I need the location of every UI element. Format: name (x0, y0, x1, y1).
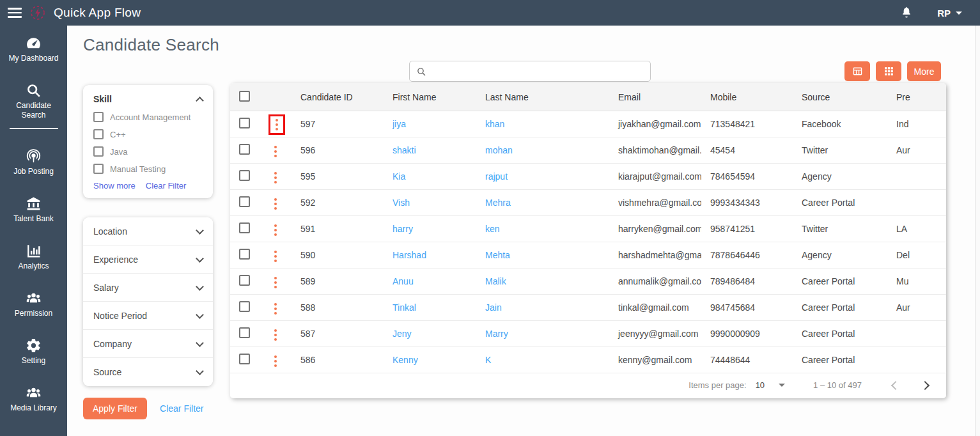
main-content: Candidate Search More Skill Account Mana… (67, 26, 980, 436)
checkbox[interactable] (93, 112, 104, 122)
cell-first-name[interactable]: Tinkal (384, 302, 476, 313)
skill-clear-filter-link[interactable]: Clear Filter (146, 181, 187, 191)
next-page-button[interactable] (921, 380, 929, 389)
cell-last-name[interactable]: K (476, 355, 609, 365)
cell-candidate-id: 596 (288, 145, 384, 155)
row-checkbox[interactable] (239, 170, 250, 181)
cell-last-name[interactable]: Mehra (476, 198, 609, 208)
candidate-search-box[interactable] (409, 61, 651, 82)
page-scrollbar[interactable] (975, 26, 980, 436)
row-menu-kebab-icon[interactable] (268, 274, 283, 292)
skill-option-manual-testing[interactable]: Manual Testing (93, 164, 203, 174)
sidebar-item-setting[interactable]: Setting (0, 338, 67, 366)
filter-accordion-salary[interactable]: Salary (83, 274, 213, 302)
row-menu-kebab-icon[interactable] (268, 247, 283, 265)
row-checkbox[interactable] (239, 327, 250, 338)
show-more-link[interactable]: Show more (93, 181, 136, 191)
page-title: Candidate Search (83, 35, 219, 55)
previous-page-button[interactable] (891, 380, 900, 389)
sidebar-item-label: Setting (22, 356, 45, 366)
sidebar-item-label: Media Library (10, 403, 57, 413)
row-checkbox[interactable] (239, 144, 250, 155)
table-row: 591harrykenharryken@gmail.com958741251Tw… (230, 216, 946, 242)
grid-view-button[interactable] (876, 61, 901, 81)
notifications-bell-icon[interactable] (900, 6, 913, 20)
checkbox[interactable] (93, 164, 104, 174)
skill-options: Account ManagementC++JavaManual Testing (93, 112, 203, 174)
cell-first-name[interactable]: Kia (384, 171, 476, 182)
table-row: 590HarshadMehtaharshadmehta@gmail.com787… (230, 242, 946, 269)
cell-first-name[interactable]: Harshad (384, 250, 476, 260)
column-header-email: Email (609, 92, 701, 102)
cell-first-name[interactable]: Jeny (384, 329, 476, 339)
row-checkbox[interactable] (239, 249, 250, 260)
cell-mobile: 74448644 (701, 355, 793, 365)
filter-accordion-experience[interactable]: Experience (83, 245, 213, 274)
row-checkbox[interactable] (239, 196, 250, 207)
cell-last-name[interactable]: mohan (476, 145, 609, 155)
select-all-checkbox[interactable] (239, 91, 250, 102)
cell-last-name[interactable]: rajput (476, 171, 609, 182)
row-menu-kebab-icon[interactable] (268, 221, 283, 239)
cell-last-name[interactable]: Mehta (476, 250, 609, 260)
skill-option-account-management[interactable]: Account Management (93, 112, 203, 122)
cell-candidate-id: 590 (288, 250, 384, 260)
row-checkbox[interactable] (239, 118, 250, 128)
row-menu-kebab-icon[interactable] (268, 143, 283, 160)
cell-last-name[interactable]: ken (476, 224, 609, 234)
row-checkbox[interactable] (239, 222, 250, 233)
filter-accordion-source[interactable]: Source (83, 358, 213, 386)
row-menu-kebab-icon[interactable] (268, 195, 283, 213)
checkbox[interactable] (93, 146, 104, 157)
apply-filter-button[interactable]: Apply Filter (83, 398, 147, 419)
sidebar-item-media-library[interactable]: Media Library (0, 385, 67, 413)
skill-option-java[interactable]: Java (93, 146, 203, 157)
filter-accordion-notice-period[interactable]: Notice Period (83, 302, 213, 330)
row-menu-kebab-icon[interactable] (268, 352, 283, 370)
skill-option-c[interactable]: C++ (93, 129, 203, 139)
more-button[interactable]: More (907, 61, 941, 81)
cell-first-name[interactable]: Kenny (384, 355, 476, 365)
row-menu-kebab-icon[interactable] (268, 114, 285, 135)
cell-first-name[interactable]: shakti (384, 145, 476, 155)
cell-last-name[interactable]: khan (476, 119, 609, 129)
clear-filter-link[interactable]: Clear Filter (160, 403, 203, 414)
row-checkbox[interactable] (239, 275, 250, 286)
cell-mobile: 9993434343 (701, 198, 793, 208)
cell-first-name[interactable]: Vish (384, 198, 476, 208)
people-icon (26, 290, 42, 306)
table-view-button[interactable] (844, 61, 870, 81)
checkbox[interactable] (93, 129, 104, 139)
sidebar-item-talent-bank[interactable]: Talent Bank (0, 196, 67, 224)
row-menu-kebab-icon[interactable] (268, 300, 283, 318)
row-menu-kebab-icon[interactable] (268, 169, 283, 187)
filter-accordion-location[interactable]: Location (83, 217, 213, 245)
table-row: 592VishMehravishmehra@gmail.com999343434… (230, 190, 946, 216)
search-input[interactable] (432, 66, 644, 77)
cell-last-name[interactable]: Jain (476, 302, 609, 313)
cell-mobile: 984745684 (701, 302, 793, 313)
items-per-page-select[interactable]: 10 (756, 380, 785, 390)
row-checkbox[interactable] (239, 301, 250, 312)
cell-last-name[interactable]: Malik (476, 276, 609, 286)
menu-hamburger-icon[interactable] (8, 5, 22, 20)
skill-filter-header[interactable]: Skill (93, 94, 203, 104)
cell-first-name[interactable]: jiya (384, 119, 476, 129)
row-menu-kebab-icon[interactable] (268, 326, 283, 344)
user-menu[interactable]: RP (937, 8, 962, 19)
cell-first-name[interactable]: harry (384, 224, 476, 234)
sidebar-item-label: My Dashboard (8, 54, 58, 63)
table-row: 588TinkalJaintinkal@gmail.com984745684Ca… (230, 295, 946, 321)
sidebar-item-job-posting[interactable]: Job Posting (0, 148, 67, 176)
search-icon (416, 66, 426, 77)
filter-accordion-company[interactable]: Company (83, 330, 213, 358)
sidebar-item-candidate-search[interactable]: Candidate Search (0, 82, 67, 129)
filter-accordions: LocationExperienceSalaryNotice PeriodCom… (83, 217, 213, 386)
cell-source: Twitter (793, 224, 887, 234)
row-checkbox[interactable] (239, 354, 250, 364)
cell-first-name[interactable]: Anuu (384, 276, 476, 286)
sidebar-item-permission[interactable]: Permission (0, 290, 67, 318)
sidebar-item-analytics[interactable]: Analytics (0, 243, 67, 271)
cell-last-name[interactable]: Marry (476, 329, 609, 339)
sidebar-item-my-dashboard[interactable]: My Dashboard (0, 35, 67, 63)
